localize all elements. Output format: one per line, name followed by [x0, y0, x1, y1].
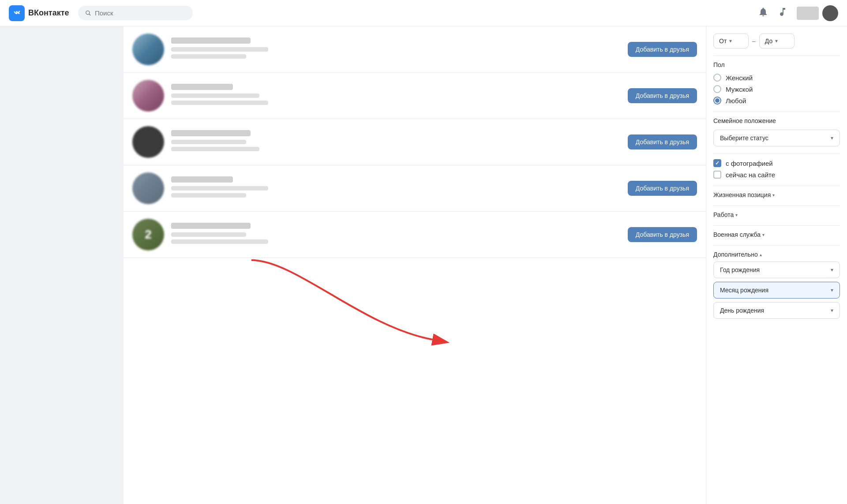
military-toggle[interactable]: Военная служба ▾	[713, 231, 840, 238]
person-item: Добавить в друзья	[124, 26, 706, 73]
divider	[713, 225, 840, 226]
radio-circle-male	[713, 85, 721, 93]
add-friend-button[interactable]: Добавить в друзья	[628, 227, 697, 242]
person-name-bar	[171, 223, 251, 229]
birth-year-dropdown[interactable]: Год рождения ▾	[713, 261, 840, 278]
person-avatar	[132, 172, 164, 204]
sidebar-left	[0, 26, 124, 504]
divider	[713, 245, 840, 246]
person-name-bar	[171, 176, 233, 183]
military-label: Военная служба	[713, 231, 761, 238]
add-friend-button[interactable]: Добавить в друзья	[628, 88, 697, 103]
person-avatar: 2	[132, 219, 164, 250]
family-status-dropdown[interactable]: Выберите статус ▾	[713, 130, 840, 146]
person-info	[171, 130, 621, 154]
online-now-option[interactable]: сейчас на сайте	[713, 171, 840, 179]
add-friend-button[interactable]: Добавить в друзья	[628, 42, 697, 57]
chevron-down-icon: ▾	[729, 38, 732, 44]
chevron-down-icon: ▾	[831, 287, 833, 293]
extra-label: Дополнительно	[713, 251, 758, 258]
age-to-select[interactable]: До ▾	[759, 34, 795, 49]
person-avatar	[132, 34, 164, 65]
with-photo-option[interactable]: ✓ с фотографией	[713, 159, 840, 167]
birth-year-placeholder: Год рождения	[720, 266, 760, 273]
add-friend-button[interactable]: Добавить в друзья	[628, 134, 697, 149]
add-friend-button[interactable]: Добавить в друзья	[628, 181, 697, 196]
person-item: 2 Добавить в друзья	[124, 212, 706, 258]
person-detail-bar	[171, 186, 268, 190]
person-detail-bar	[171, 232, 246, 237]
age-dash: –	[752, 37, 756, 45]
search-input[interactable]	[95, 9, 186, 17]
divider	[713, 112, 840, 112]
person-item: Добавить в друзья	[124, 165, 706, 212]
person-info	[171, 176, 621, 200]
birth-month-dropdown[interactable]: Месяц рождения ▾	[713, 282, 840, 299]
work-toggle[interactable]: Работа ▾	[713, 211, 840, 218]
search-bar[interactable]	[78, 6, 193, 20]
military-section: Военная служба ▾	[713, 231, 840, 238]
chevron-down-icon: ▾	[772, 193, 775, 198]
radio-label-any: Любой	[726, 97, 746, 105]
chevron-down-icon: ▾	[831, 267, 833, 273]
extra-toggle[interactable]: Дополнительно ▴	[713, 251, 840, 258]
life-position-toggle[interactable]: Жизненная позиция ▾	[713, 191, 840, 198]
search-icon	[85, 10, 91, 17]
extra-section: Дополнительно ▴ Год рождения ▾ Месяц рож…	[713, 251, 840, 319]
radio-label-female: Женский	[726, 74, 753, 82]
radio-option-any[interactable]: Любой	[713, 97, 840, 105]
divider	[713, 186, 840, 186]
radio-option-male[interactable]: Мужской	[713, 85, 840, 93]
chevron-down-icon: ▾	[831, 135, 833, 141]
logo-area: ВКонтакте	[9, 5, 69, 21]
person-detail-bar	[171, 47, 268, 52]
person-info	[171, 84, 621, 108]
logo-text: ВКонтакте	[28, 8, 69, 18]
age-from-label: От	[719, 37, 727, 45]
chevron-down-icon: ▾	[762, 232, 765, 237]
family-status-placeholder: Выберите статус	[720, 134, 768, 142]
radio-label-male: Мужской	[726, 86, 753, 93]
birth-month-placeholder: Месяц рождения	[720, 287, 768, 294]
radio-option-female[interactable]: Женский	[713, 74, 840, 82]
age-from-select[interactable]: От ▾	[713, 34, 749, 49]
gender-section: Пол Женский Мужской Любой	[713, 61, 840, 105]
person-info	[171, 223, 621, 246]
family-status-title: Семейное положение	[713, 117, 840, 124]
person-name-bar	[171, 130, 251, 136]
life-position-section: Жизненная позиция ▾	[713, 191, 840, 198]
person-detail-bar-2	[171, 54, 246, 59]
person-avatar	[132, 80, 164, 112]
radio-circle-any	[713, 97, 721, 105]
chevron-down-icon: ▾	[775, 38, 778, 44]
chevron-down-icon: ▾	[831, 307, 833, 314]
checkmark-icon: ✓	[715, 160, 720, 166]
with-photo-checkbox[interactable]: ✓	[713, 159, 721, 167]
person-name-bar	[171, 84, 233, 90]
birth-day-dropdown[interactable]: День рождения ▾	[713, 302, 840, 319]
user-name-placeholder	[797, 7, 819, 20]
gender-radio-group: Женский Мужской Любой	[713, 74, 840, 105]
user-avatar-area[interactable]	[797, 5, 838, 21]
person-detail-bar-2	[171, 147, 259, 151]
age-range-section: От ▾ – До ▾	[713, 34, 840, 49]
filter-panel: От ▾ – До ▾ Пол Женский Мужской	[706, 26, 847, 504]
online-now-label: сейчас на сайте	[726, 171, 775, 179]
main-layout: Добавить в друзья Добавить в друзья	[0, 0, 847, 504]
person-info	[171, 37, 621, 61]
person-detail-bar-2	[171, 239, 268, 244]
notifications-icon[interactable]	[758, 7, 768, 20]
divider	[713, 153, 840, 154]
divider	[713, 205, 840, 206]
people-list: Добавить в друзья Добавить в друзья	[124, 26, 706, 258]
person-avatar	[132, 126, 164, 158]
online-now-checkbox[interactable]	[713, 171, 721, 179]
radio-inner-any	[715, 98, 720, 103]
music-icon[interactable]	[777, 7, 788, 20]
chevron-up-icon: ▴	[760, 252, 762, 257]
person-detail-bar-2	[171, 101, 268, 105]
work-label: Работа	[713, 211, 734, 218]
photo-online-section: ✓ с фотографией сейчас на сайте	[713, 159, 840, 179]
age-to-label: До	[765, 37, 772, 45]
person-detail-bar-2	[171, 193, 246, 198]
